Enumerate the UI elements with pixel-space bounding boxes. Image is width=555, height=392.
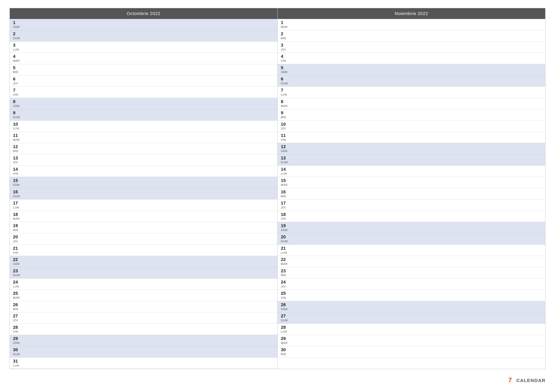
day-cell: 22MAR	[281, 257, 290, 266]
day-row: 11MAR	[10, 132, 277, 143]
day-row: 23DUM	[10, 267, 277, 278]
day-number: 5	[13, 65, 22, 70]
day-number: 17	[13, 201, 22, 206]
day-name: DUM	[281, 319, 290, 322]
day-row: 28VIN	[10, 324, 277, 335]
day-name: LUN	[13, 48, 22, 51]
day-number: 19	[13, 223, 22, 228]
day-name: DUM	[13, 195, 22, 198]
day-row: 20DUM	[278, 233, 545, 244]
footer: 7 CALENDAR	[5, 374, 550, 387]
day-cell: 22SÂM	[13, 257, 22, 266]
day-cell: 21VIN	[13, 246, 22, 255]
day-cell: 11VIN	[281, 133, 290, 142]
day-row: 10LUN	[10, 121, 277, 132]
day-cell: 6JOI	[13, 77, 22, 85]
day-cell: 3JOI	[281, 43, 290, 51]
day-cell: 27JOI	[13, 314, 22, 322]
day-cell: 25VIN	[281, 291, 290, 299]
month-section-october: Octombrie 20221SÂM2DUM3LUN4MAR5MIE6JOI7V…	[10, 8, 278, 369]
day-cell: 14VIN	[13, 167, 22, 175]
day-name: MAR	[281, 262, 290, 266]
day-cell: 9DUM	[13, 110, 22, 119]
day-name: DUM	[281, 82, 290, 85]
day-number: 2	[281, 31, 290, 36]
day-number: 12	[13, 144, 22, 149]
day-name: JOI	[281, 48, 290, 51]
day-row: 30DUM	[10, 346, 277, 357]
day-row: 5SÂM	[278, 64, 545, 75]
day-row: 12MIE	[10, 143, 277, 154]
day-number: 4	[13, 54, 22, 59]
day-name: VIN	[13, 93, 22, 97]
month-header-october: Octombrie 2022	[10, 8, 277, 19]
day-cell: 4MAR	[13, 54, 22, 63]
day-row: 29SÂM	[10, 335, 277, 346]
day-row: 29MAR	[278, 335, 545, 346]
day-row: 30MIE	[278, 346, 545, 357]
day-cell: 13DUM	[281, 156, 290, 164]
day-row: 14VIN	[10, 166, 277, 177]
day-name: VIN	[13, 251, 22, 255]
day-row: 2DUM	[10, 30, 277, 41]
day-cell: 9MIE	[281, 110, 290, 119]
day-row: 13DUM	[278, 154, 545, 166]
day-row: 15SÂM	[10, 177, 277, 188]
day-cell: 31LUN	[13, 359, 22, 367]
day-number: 21	[281, 246, 290, 251]
day-row: 17JOI	[278, 200, 545, 211]
day-number: 9	[281, 110, 290, 115]
day-row: 27DUM	[278, 312, 545, 324]
day-cell: 5MIE	[13, 65, 22, 74]
day-number: 25	[13, 291, 22, 296]
day-number: 16	[281, 190, 290, 194]
day-name: JOI	[13, 161, 22, 164]
day-cell: 29SÂM	[13, 336, 22, 345]
day-number: 25	[281, 291, 290, 296]
day-row: 6DUM	[278, 75, 545, 87]
day-row: 22SÂM	[10, 256, 277, 267]
day-name: MAR	[281, 105, 290, 108]
day-name: MIE	[13, 71, 22, 74]
day-name: SÂM	[13, 342, 22, 345]
day-row: 8MAR	[278, 98, 545, 109]
day-name: SÂM	[13, 262, 22, 266]
day-cell: 2DUM	[13, 31, 22, 40]
day-number: 8	[13, 99, 22, 104]
day-name: VIN	[13, 330, 22, 334]
day-cell: 26SÂM	[281, 302, 290, 311]
day-name: LUN	[281, 172, 290, 176]
day-cell: 18VIN	[281, 212, 290, 221]
day-number: 5	[281, 65, 290, 70]
day-cell: 17LUN	[13, 201, 22, 209]
day-name: VIN	[281, 59, 290, 63]
day-cell: 13JOI	[13, 156, 22, 164]
day-row: 13JOI	[10, 154, 277, 166]
day-number: 8	[281, 99, 290, 104]
day-number: 13	[13, 156, 22, 161]
day-row: 26MIE	[10, 301, 277, 312]
day-cell: 20DUM	[281, 235, 290, 243]
day-number: 16	[13, 190, 22, 194]
day-number: 17	[281, 201, 290, 206]
day-number: 29	[13, 336, 22, 341]
day-number: 24	[13, 280, 22, 285]
day-row: 1MAR	[278, 19, 545, 30]
day-number: 7	[13, 88, 22, 93]
day-cell: 15SÂM	[13, 178, 22, 187]
month-header-november: Noiembrie 2022	[278, 8, 545, 19]
day-row: 4VIN	[278, 53, 545, 64]
day-name: DUM	[13, 116, 22, 119]
day-cell: 19SÂM	[281, 223, 290, 232]
day-cell: 29MAR	[281, 336, 290, 345]
day-number: 14	[281, 167, 290, 172]
day-name: JOI	[281, 127, 290, 130]
day-name: LUN	[13, 206, 22, 209]
brand-logo: 7 CALENDAR	[508, 376, 546, 385]
day-number: 15	[13, 178, 22, 183]
day-number: 2	[13, 31, 22, 36]
day-row: 24JOI	[278, 278, 545, 290]
day-name: MAR	[281, 342, 290, 345]
day-name: SÂM	[13, 183, 22, 187]
day-number: 7	[281, 88, 290, 93]
